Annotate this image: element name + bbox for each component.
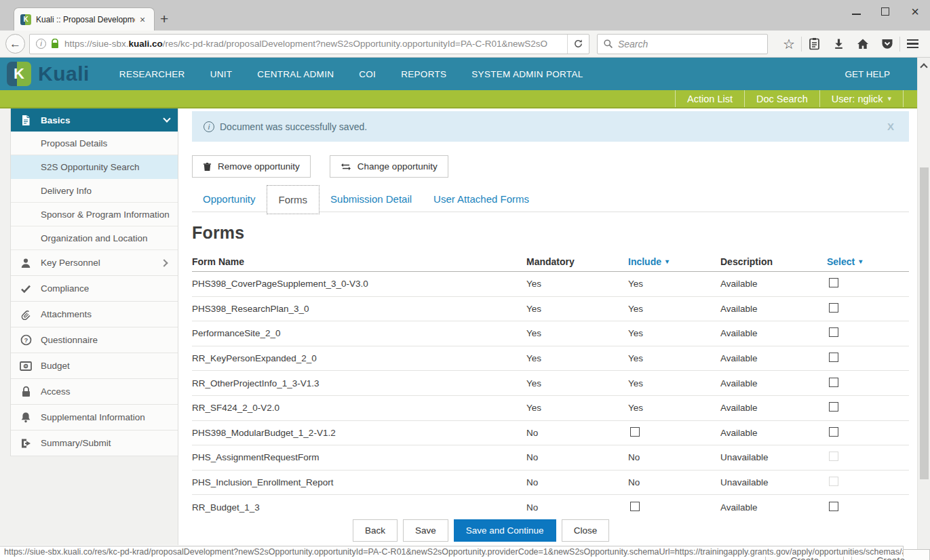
select-checkbox[interactable] (829, 303, 838, 313)
sidebar-item-supplemental-information[interactable]: Supplemental Information (11, 405, 178, 431)
pocket-icon[interactable] (875, 34, 899, 54)
nav-central-admin[interactable]: CENTRAL ADMIN (257, 69, 334, 79)
description-cell: Available (720, 428, 827, 438)
select-checkbox (829, 452, 838, 461)
menu-hamburger-icon[interactable] (900, 34, 925, 54)
question-icon: ? (20, 334, 32, 346)
back-button[interactable]: Back (353, 519, 398, 542)
svg-text:?: ? (24, 336, 28, 344)
reload-icon[interactable] (567, 35, 589, 54)
home-icon[interactable] (851, 34, 875, 54)
minimize-button[interactable] (852, 9, 861, 15)
select-checkbox[interactable] (829, 402, 838, 412)
signout-icon (20, 437, 32, 449)
sidebar-item-label: Summary/Submit (41, 438, 111, 448)
tab-submission-detail[interactable]: Submission Detail (319, 186, 423, 212)
browser-titlebar: K Kuali :: Proposal Developme × + × (0, 0, 930, 31)
table-row: RR_KeyPersonExpanded_2_0YesYesAvailable (192, 346, 909, 372)
save-and-continue-button[interactable]: Save and Continue (454, 519, 556, 542)
tab-forms[interactable]: Forms (267, 185, 320, 214)
alert-close-button[interactable]: X (887, 121, 894, 132)
form-name-cell: PHS_AssignmentRequestForm (192, 452, 526, 462)
close-window-button[interactable]: × (910, 6, 921, 17)
description-cell: Unavailable (720, 477, 827, 487)
search-box[interactable] (597, 34, 768, 54)
select-cell (827, 427, 909, 439)
save-button[interactable]: Save (403, 519, 448, 542)
sidebar-item-label: Supplemental Information (41, 412, 145, 422)
bookmark-star-icon[interactable]: ☆ (777, 34, 801, 54)
browser-tab[interactable]: K Kuali :: Proposal Developme × (14, 7, 155, 31)
kuali-logo-icon[interactable]: K (7, 62, 31, 86)
include-cell: Yes (628, 378, 720, 388)
mandatory-cell: No (526, 452, 628, 462)
table-row: PHS_Inclusion_Enrollment_ReportNoNoUnava… (192, 471, 909, 496)
nav-reports[interactable]: REPORTS (401, 69, 446, 79)
address-bar[interactable]: i https://siue-sbx.kuali.co/res/kc-pd-kr… (29, 34, 589, 54)
https-lock-icon[interactable] (51, 39, 59, 49)
sidebar-item-compliance[interactable]: Compliance (11, 276, 178, 302)
sidebar-nav: BasicsProposal DetailsS2S Opportunity Se… (10, 108, 178, 456)
sidebar-item-access[interactable]: Access (11, 379, 178, 405)
app-header: K Kuali RESEARCHERUNITCENTRAL ADMINCOIRE… (0, 58, 917, 90)
sidebar-item-basics[interactable]: Basics (11, 108, 178, 132)
action-bar-doc-search[interactable]: Doc Search (744, 90, 819, 107)
sidebar-item-sponsor-program-information[interactable]: Sponsor & Program Information (11, 203, 178, 226)
remove-opportunity-button[interactable]: Remove opportunity (192, 155, 311, 178)
back-navigation-button[interactable]: ← (5, 34, 25, 54)
search-input[interactable] (618, 39, 762, 49)
nav-unit[interactable]: UNIT (210, 69, 233, 79)
maximize-button[interactable] (881, 7, 889, 16)
page-scrollbar[interactable] (917, 58, 930, 560)
change-opportunity-button[interactable]: Change opportunity (330, 155, 448, 178)
sidebar-item-questionnaire[interactable]: ?Questionnaire (11, 327, 178, 353)
sidebar-item-delivery-info[interactable]: Delivery Info (11, 179, 178, 203)
sidebar-item-summary-submit[interactable]: Summary/Submit (11, 431, 178, 456)
scrollbar-thumb[interactable] (920, 167, 929, 479)
paperclip-icon (20, 308, 32, 321)
sidebar-item-budget[interactable]: 0Budget (11, 353, 178, 379)
tab-title: Kuali :: Proposal Developme (36, 15, 135, 24)
close-button[interactable]: Close (562, 519, 610, 542)
site-info-icon[interactable]: i (36, 39, 46, 49)
action-bar-user-nglick[interactable]: User: nglick▾ (819, 90, 904, 107)
sidebar-item-attachments[interactable]: Attachments (11, 302, 178, 327)
tab-user-attached-forms[interactable]: User Attached Forms (423, 186, 540, 212)
nav-researcher[interactable]: RESEARCHER (119, 69, 185, 79)
tab-opportunity[interactable]: Opportunity (192, 186, 267, 212)
tab-close-icon[interactable]: × (140, 15, 145, 24)
select-checkbox[interactable] (829, 353, 838, 362)
select-checkbox[interactable] (829, 278, 838, 287)
description-cell: Unavailable (720, 452, 827, 462)
include-checkbox[interactable] (630, 427, 640, 437)
sidebar-item-proposal-details[interactable]: Proposal Details (11, 132, 178, 155)
col-include-sort[interactable]: Include▾ (628, 256, 720, 267)
mandatory-cell: Yes (526, 403, 628, 413)
chevron-down-icon (163, 115, 170, 122)
action-bar-action-list[interactable]: Action List (675, 90, 744, 107)
col-select-sort[interactable]: Select▾ (827, 256, 909, 267)
new-tab-button[interactable]: + (160, 12, 168, 26)
sidebar-item-organization-and-location[interactable]: Organization and Location (11, 226, 178, 250)
sidebar-item-s2s-opportunity-search[interactable]: S2S Opportunity Search (11, 155, 178, 179)
table-row: RR_SF424_2_0-V2.0YesYesAvailable (192, 396, 909, 421)
sidebar-item-key-personnel[interactable]: Key Personnel (11, 250, 178, 276)
include-checkbox[interactable] (630, 502, 640, 511)
search-icon (603, 39, 613, 49)
nav-coi[interactable]: COI (359, 69, 376, 79)
trash-icon (203, 162, 212, 172)
get-help-link[interactable]: GET HELP (845, 69, 890, 79)
select-checkbox[interactable] (829, 378, 838, 387)
bookmarks-clipboard-icon[interactable] (802, 34, 826, 54)
select-cell (827, 353, 909, 364)
downloads-icon[interactable] (826, 34, 851, 54)
lock-icon (20, 386, 32, 398)
include-cell: No (628, 452, 720, 462)
col-form-name: Form Name (192, 256, 526, 267)
select-checkbox[interactable] (829, 327, 838, 337)
select-checkbox[interactable] (829, 427, 838, 437)
scroll-up-icon[interactable] (920, 63, 927, 71)
nav-system-admin-portal[interactable]: SYSTEM ADMIN PORTAL (471, 69, 583, 79)
table-row: PHS398_ResearchPlan_3_0YesYesAvailable (192, 297, 909, 322)
select-checkbox[interactable] (829, 502, 838, 511)
